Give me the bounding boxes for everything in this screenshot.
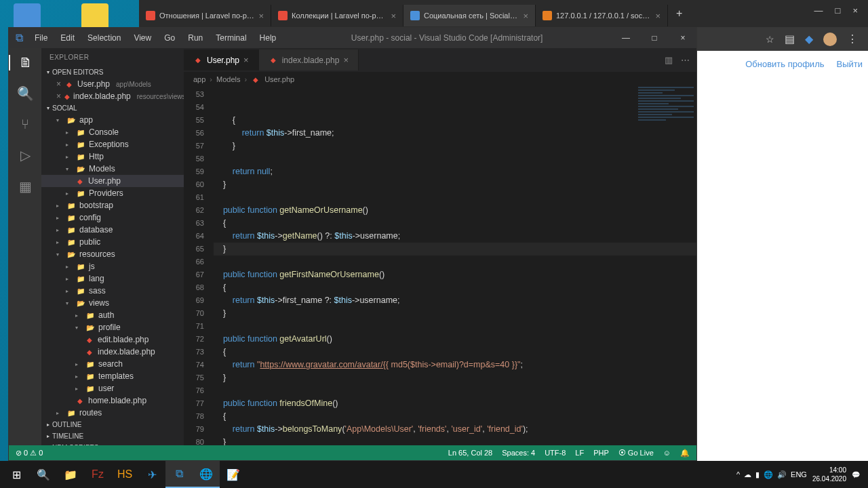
status-problems[interactable]: ⊘ 0 ⚠ 0 <box>16 449 43 458</box>
tree-folder[interactable]: ▸📁database <box>41 224 184 236</box>
profile-avatar[interactable] <box>823 33 837 46</box>
minimize-button[interactable]: — <box>814 5 823 16</box>
tree-file[interactable]: ◆edit.blade.php <box>41 333 184 346</box>
taskbar-app[interactable]: 📝 <box>220 461 247 488</box>
feedback-icon[interactable]: ☺ <box>663 449 671 458</box>
status-cursor[interactable]: Ln 65, Col 28 <box>448 449 492 458</box>
status-eol[interactable]: LF <box>575 449 584 458</box>
browser-tab[interactable]: 127.0.0.1 / 127.0.0.1 / social / fri× <box>536 5 668 26</box>
taskbar-app[interactable]: 📁 <box>57 461 84 488</box>
menu-terminal[interactable]: Terminal <box>210 30 252 45</box>
tree-folder[interactable]: ▸📁lang <box>41 272 184 285</box>
open-editor-item[interactable]: ×◆index.blade.phpresources\views\... <box>41 90 184 102</box>
maximize-button[interactable]: □ <box>835 5 841 16</box>
status-language[interactable]: PHP <box>593 449 609 458</box>
menu-help[interactable]: Help <box>254 30 282 45</box>
status-spaces[interactable]: Spaces: 4 <box>502 449 535 458</box>
tree-folder[interactable]: ▸📁sass <box>41 285 184 297</box>
logout-link[interactable]: Выйти <box>837 59 863 69</box>
volume-icon[interactable]: 🔊 <box>777 470 787 479</box>
taskbar-vscode[interactable]: ⧉ <box>165 461 193 488</box>
menu-go[interactable]: Go <box>159 30 180 45</box>
close-icon[interactable]: × <box>258 11 264 21</box>
tree-folder[interactable]: ▸📁templates <box>41 370 184 382</box>
tree-folder[interactable]: ▸📁Providers <box>41 187 184 199</box>
menu-edit[interactable]: Edit <box>55 30 80 45</box>
tree-file[interactable]: ◆home.blade.php <box>41 394 184 407</box>
editor-tab[interactable]: ◆index.blade.php× <box>259 49 359 70</box>
tree-folder[interactable]: ▾📂app <box>41 114 184 126</box>
system-tray[interactable]: ^ ☁ ▮ 🌐 🔊 ENG <box>736 470 807 479</box>
minimize-button[interactable]: — <box>612 33 639 43</box>
section-workspace[interactable]: SOCIAL <box>41 102 184 114</box>
tree-folder[interactable]: ▾📂resources <box>41 248 184 260</box>
tree-folder[interactable]: ▾📂Models <box>41 163 184 175</box>
start-button[interactable]: ⊞ <box>3 461 30 488</box>
tray-icon[interactable]: ▮ <box>755 470 760 479</box>
more-icon[interactable]: ⋯ <box>681 55 690 65</box>
tree-folder[interactable]: ▸📁Exceptions <box>41 138 184 150</box>
close-icon[interactable]: × <box>391 11 396 21</box>
maximize-button[interactable]: □ <box>641 33 668 43</box>
split-editor-icon[interactable]: ▥ <box>665 55 673 65</box>
update-profile-link[interactable]: Обновить профиль <box>745 59 824 69</box>
section-outline[interactable]: OUTLINE <box>41 419 184 430</box>
tree-folder[interactable]: ▸📁routes <box>41 407 184 419</box>
debug-icon[interactable]: ▷ <box>20 147 31 163</box>
tree-folder[interactable]: ▸📁Http <box>41 150 184 163</box>
section-timeline[interactable]: TIMELINE <box>41 430 184 442</box>
menu-selection[interactable]: Selection <box>82 30 126 45</box>
browser-tab[interactable]: Социальная сеть | SocialNetwo× <box>403 5 536 26</box>
tree-file[interactable]: ◆index.blade.php <box>41 346 184 358</box>
bookmark-icon[interactable]: ☆ <box>766 34 774 45</box>
tree-folder[interactable]: ▸📁user <box>41 382 184 394</box>
tree-file[interactable]: ◆User.php <box>41 175 184 187</box>
language-indicator[interactable]: ENG <box>791 470 807 479</box>
menu-icon[interactable]: ⋮ <box>847 33 858 45</box>
status-encoding[interactable]: UTF-8 <box>545 449 566 458</box>
menu-run[interactable]: Run <box>182 30 208 45</box>
editor-tab[interactable]: ◆User.php× <box>184 49 259 70</box>
bell-icon[interactable]: 🔔 <box>680 449 690 458</box>
onedrive-icon[interactable]: ☁ <box>744 470 751 479</box>
code-editor[interactable]: 53 54 55 56 57 58 59 60 61 62 63 64 65 6… <box>184 87 696 445</box>
close-button[interactable]: × <box>852 5 858 16</box>
explorer-icon[interactable]: 🗎 <box>9 55 41 70</box>
tree-folder[interactable]: ▸📁search <box>41 358 184 370</box>
tree-folder[interactable]: ▸📁auth <box>41 309 184 321</box>
extensions-icon[interactable]: ▦ <box>19 178 32 195</box>
source-control-icon[interactable]: ⑂ <box>21 117 29 132</box>
close-icon[interactable]: × <box>523 11 528 21</box>
menu-view[interactable]: View <box>128 30 157 45</box>
notifications-icon[interactable]: 💬 <box>852 471 860 479</box>
taskbar-app[interactable]: HS <box>111 461 138 488</box>
breadcrumb[interactable]: app› Models› ◆User.php <box>184 72 696 87</box>
new-tab-button[interactable]: + <box>668 7 690 20</box>
taskbar-chrome[interactable]: 🌐 <box>193 461 220 488</box>
tree-folder[interactable]: ▸📁public <box>41 236 184 248</box>
browser-tab[interactable]: Отношения | Laravel по-русски× <box>139 5 271 26</box>
tree-folder[interactable]: ▸📁config <box>41 211 184 224</box>
search-icon[interactable]: 🔍 <box>17 85 34 102</box>
extension-icon[interactable]: ▤ <box>785 33 795 45</box>
taskbar-app[interactable]: ✈ <box>138 461 165 488</box>
tree-folder[interactable]: ▾📂views <box>41 297 184 309</box>
section-open-editors[interactable]: OPEN EDITORS <box>41 66 184 78</box>
close-icon[interactable]: × <box>655 11 660 21</box>
tree-folder[interactable]: ▸📁Console <box>41 126 184 138</box>
close-button[interactable]: × <box>669 33 696 43</box>
open-editor-item[interactable]: ×◆User.phpapp\Models <box>41 78 184 90</box>
search-button[interactable]: 🔍 <box>30 461 57 488</box>
close-icon[interactable]: × <box>243 55 249 65</box>
tree-folder[interactable]: ▾📂profile <box>41 321 184 333</box>
tree-folder[interactable]: ▸📁bootstrap <box>41 199 184 211</box>
browser-tab[interactable]: Коллекции | Laravel по-русски× <box>271 5 403 26</box>
network-icon[interactable]: 🌐 <box>764 470 773 479</box>
menu-file[interactable]: File <box>29 30 53 45</box>
close-icon[interactable]: × <box>343 55 349 65</box>
status-golive[interactable]: ⦿ Go Live <box>618 449 654 458</box>
clock[interactable]: 14:00 26.04.2020 <box>812 466 846 483</box>
tray-icon[interactable]: ^ <box>736 470 740 479</box>
taskbar-app[interactable]: Fz <box>84 461 111 488</box>
tree-folder[interactable]: ▸📁js <box>41 260 184 272</box>
